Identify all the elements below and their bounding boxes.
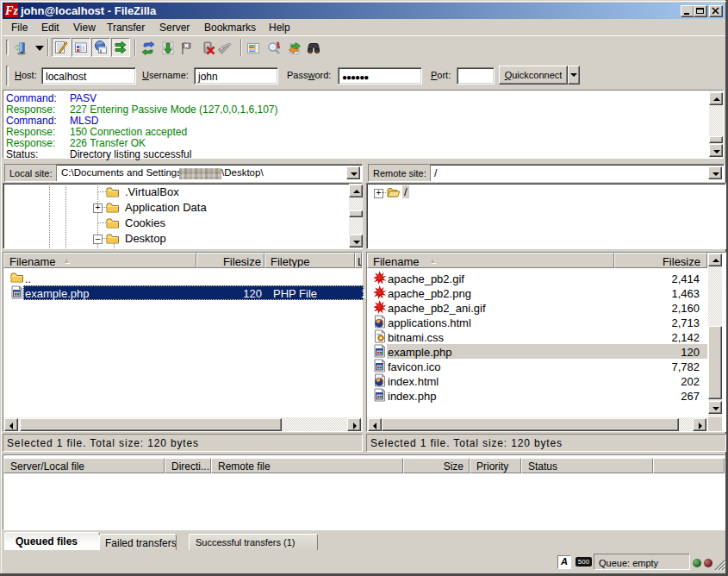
svg-text:Fz: Fz bbox=[4, 4, 18, 17]
